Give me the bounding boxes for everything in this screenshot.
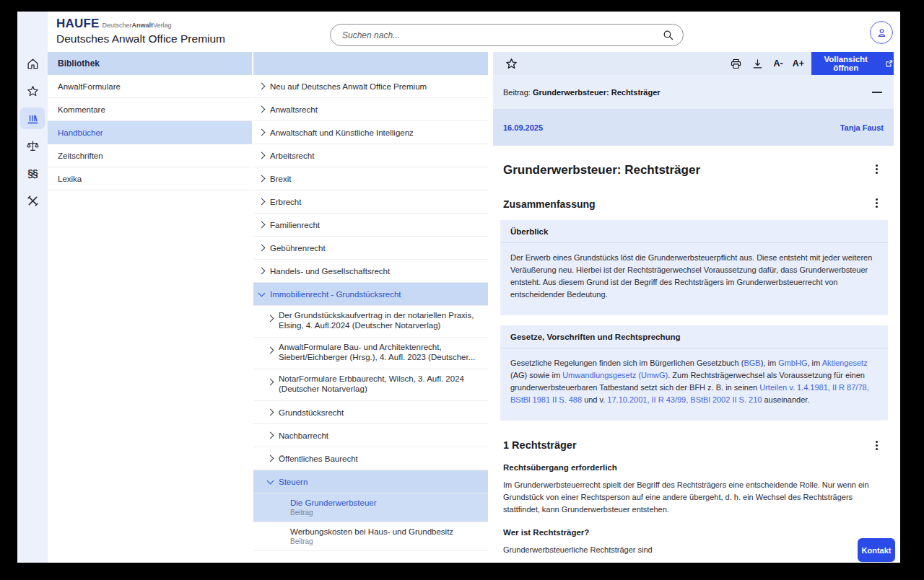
article-title: Grunderwerbsteuer: Rechtsträger	[503, 163, 700, 177]
font-larger-button[interactable]: A+	[793, 58, 804, 69]
tree-item[interactable]: Neu auf Deutsches Anwalt Office Premium	[253, 75, 488, 98]
search-icon[interactable]	[662, 29, 674, 41]
tree-item-die-grunderwerbsteuer[interactable]: Die GrunderwerbsteuerBeitrag	[253, 493, 488, 522]
tree-item-steuern[interactable]: Steuern	[253, 470, 488, 493]
reader-toolbar: A- A+ Vollansicht öffnen	[493, 52, 894, 75]
tree-item-immobilienrecht[interactable]: Immobilienrecht - Grundstücksrecht	[253, 283, 488, 306]
tree-item[interactable]: Anwaltschaft und Künstliche Intelligenz	[253, 121, 488, 144]
chevron-down-icon	[267, 477, 274, 484]
collapse-minus-icon[interactable]	[872, 92, 882, 93]
tree-item[interactable]: Öffentliches Baurecht	[253, 447, 488, 470]
chevron-right-icon	[258, 129, 266, 136]
tree-item-label: Brexit	[270, 175, 291, 183]
chevron-right-icon	[267, 347, 274, 354]
tree-item-label: AnwaltFormulare Bau- und Architektenrech…	[279, 342, 482, 362]
download-icon[interactable]	[751, 58, 764, 70]
tree-item[interactable]: Erbrecht	[253, 190, 488, 214]
haufe-logo: HAUFE	[56, 17, 100, 31]
ruling-link[interactable]: 17.10.2001, II R 43/99, BStBl 2002 II S.…	[607, 395, 762, 404]
tree-item[interactable]: Nachbarrecht	[253, 424, 488, 447]
library-item-label: AnwaltFormulare	[58, 82, 121, 91]
chevron-right-icon	[267, 379, 274, 386]
law-link[interactable]: GmbHG	[778, 359, 807, 367]
tree-item[interactable]: Werbungskosten bei Haus- und Grundbesitz…	[253, 522, 488, 551]
document-tab-bar[interactable]: Beitrag: Grunderwerbsteuer: Rechtsträger	[493, 75, 894, 109]
chevron-right-icon	[258, 83, 266, 90]
tree-item-book[interactable]: NotarFormulare Erbbaurecht, Wilsch, 3. A…	[253, 369, 488, 401]
paragraph-subheading: Wer ist Rechtsträger?	[503, 528, 883, 537]
search-bar[interactable]	[330, 24, 684, 46]
print-icon[interactable]	[730, 58, 742, 70]
library-item-label: Handbücher	[58, 128, 103, 137]
favorites-star-icon[interactable]	[17, 80, 48, 102]
tree-item[interactable]: Handels- und Gesellschaftsrecht	[253, 260, 488, 283]
tree-item-label: Absetzungen für Abnutzung (AfA) bei Gebä…	[290, 561, 484, 563]
chevron-right-icon	[258, 198, 266, 206]
font-smaller-button[interactable]: A-	[773, 58, 783, 69]
app-window: §§ HAUFE DeutscherAnwaltVerlag Deutsches…	[17, 12, 900, 563]
text-segment: ), im	[761, 359, 778, 367]
paragraph-text: Im Grunderwerbsteuerrecht spielt der Beg…	[503, 479, 883, 516]
tree-item-book[interactable]: AnwaltFormulare Bau- und Architektenrech…	[253, 338, 488, 369]
bookmark-star-icon[interactable]	[505, 57, 518, 71]
library-item-kommentare[interactable]: Kommentare	[48, 98, 252, 121]
text-segment: , im	[807, 359, 821, 367]
reader-panel: A- A+ Vollansicht öffnen Beitrag: Grunde…	[493, 52, 894, 563]
tree-item-type-label: Beitrag	[290, 537, 313, 545]
scales-icon[interactable]	[17, 135, 48, 157]
library-icon[interactable]	[20, 107, 45, 129]
tree-item-label: Familienrecht	[270, 221, 320, 229]
text-segment: (AG) sowie im	[510, 371, 562, 379]
document-author[interactable]: Tanja Faust	[840, 123, 884, 132]
paragraph-subheading: Rechtsübergang erforderlich	[503, 463, 883, 472]
paragraph-text: Grunderwerbsteuerliche Rechtsträger sind	[503, 544, 883, 556]
kebab-menu-icon[interactable]	[871, 163, 881, 175]
tree-item-label: Erbrecht	[270, 198, 301, 206]
fullview-open-button[interactable]: Vollansicht öffnen	[811, 52, 894, 75]
law-link[interactable]: Umwandlungsgesetz (UmwG)	[562, 371, 668, 379]
tree-item[interactable]: Gebührenrecht	[253, 237, 488, 260]
tree-item[interactable]: Arbeitsrecht	[253, 144, 488, 167]
verlag-logo-part3: Verlag	[153, 22, 172, 29]
tree-item-label: Der Grundstückskaufvertrag in der notari…	[279, 310, 482, 330]
tree-item-label: Öffentliches Baurecht	[279, 454, 358, 463]
library-panel: Bibliothek AnwaltFormulare Kommentare Ha…	[48, 52, 252, 563]
text-segment: Gesetzliche Regelungen finden sich im Bü…	[510, 359, 744, 367]
chevron-right-icon	[267, 315, 274, 322]
tree-item[interactable]: Grundstücksrecht	[253, 401, 488, 424]
tree-item-label: Grundstücksrecht	[279, 408, 344, 417]
library-item-label: Kommentare	[58, 105, 105, 114]
tools-icon[interactable]	[17, 190, 48, 211]
library-panel-title: Bibliothek	[48, 52, 252, 75]
library-item-lexika[interactable]: Lexika	[48, 167, 252, 190]
tree-item-label: Handels- und Gesellschaftsrecht	[270, 267, 390, 276]
kebab-menu-icon[interactable]	[871, 439, 881, 451]
tree-item[interactable]: Absetzungen für Abnutzung (AfA) bei Gebä…	[253, 551, 488, 563]
kebab-menu-icon[interactable]	[871, 197, 881, 208]
search-input[interactable]	[342, 30, 662, 40]
home-icon[interactable]	[17, 53, 48, 74]
chevron-right-icon	[258, 221, 266, 229]
verlag-logo-part2: Anwalt	[132, 22, 154, 29]
paragraphs-icon[interactable]: §§	[17, 162, 48, 184]
user-avatar[interactable]	[870, 21, 893, 44]
tree-panel-header	[253, 52, 488, 75]
law-link[interactable]: BGB	[744, 359, 760, 367]
kontakt-button[interactable]: Kontakt	[858, 538, 895, 562]
tree-item[interactable]: Anwaltsrecht	[253, 98, 488, 121]
tree-item-book[interactable]: Der Grundstückskaufvertrag in der notari…	[253, 306, 488, 338]
tree-item[interactable]: Familienrecht	[253, 214, 488, 237]
tree-item-label: Neu auf Deutsches Anwalt Office Premium	[270, 82, 427, 91]
library-item-handbuecher[interactable]: Handbücher	[48, 121, 252, 144]
chevron-right-icon	[267, 432, 274, 439]
library-item-anwaltformulare[interactable]: AnwaltFormulare	[48, 75, 252, 98]
tree-item-label: Anwaltsrecht	[270, 105, 318, 114]
library-item-zeitschriften[interactable]: Zeitschriften	[48, 144, 252, 167]
law-link[interactable]: Aktiengesetz	[822, 359, 868, 367]
fullview-open-label: Vollansicht öffnen	[811, 55, 880, 72]
laws-box-body: Gesetzliche Regelungen finden sich im Bü…	[500, 348, 888, 421]
document-date: 16.09.2025	[503, 123, 543, 132]
laws-box: Gesetze, Vorschriften und Rechtsprechung…	[500, 325, 888, 421]
tree-item[interactable]: Brexit	[253, 167, 488, 190]
tree-item-label: Werbungskosten bei Haus- und Grundbesitz	[290, 527, 453, 536]
